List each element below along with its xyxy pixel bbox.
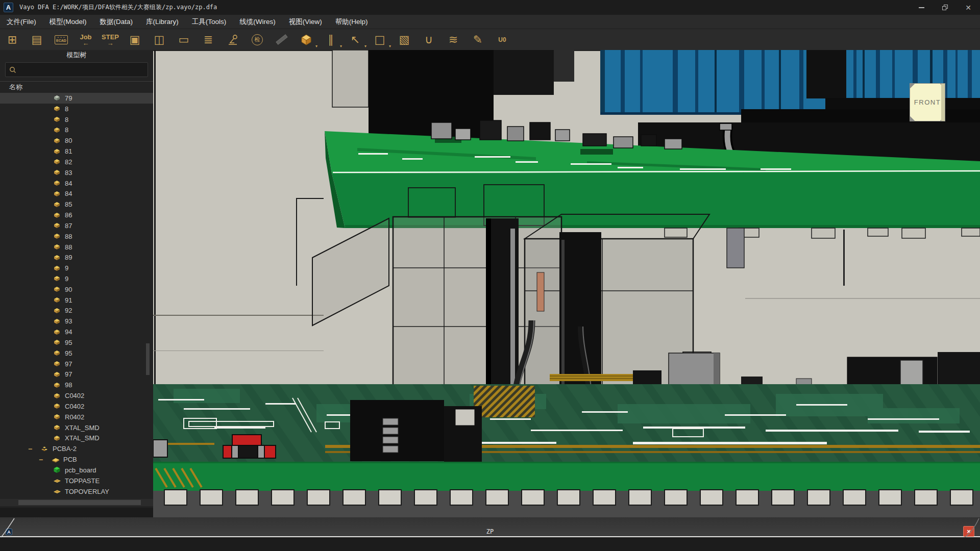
tree-row[interactable]: − [0, 295, 153, 306]
black-bottom-components[interactable] [350, 400, 482, 466]
tree-row-icon [53, 371, 61, 378]
tree-row-label: 8 [65, 116, 68, 123]
tree-row[interactable]: − [0, 284, 153, 295]
menu-item-3[interactable]: 库(Library) [139, 15, 185, 29]
measure-ruler-icon[interactable] [270, 29, 294, 50]
tree-row[interactable]: − [0, 369, 153, 380]
project-close-button[interactable]: × [963, 526, 974, 537]
tree-row[interactable]: − [0, 124, 153, 135]
board-outline-icon[interactable]: ▭ [172, 29, 196, 50]
tree-row[interactable]: − [0, 252, 153, 263]
tree-row-label: 89 [65, 254, 72, 261]
select-cursor-icon[interactable]: ↖▾ [343, 29, 368, 50]
comb-connector-icon[interactable]: ≋ [441, 29, 465, 50]
edit-model-icon[interactable]: ▤ [24, 29, 49, 50]
3d-viewport[interactable]: FRONT [153, 50, 980, 517]
tree-row[interactable]: − [0, 486, 153, 497]
menu-item-7[interactable]: 帮助(Help) [329, 15, 375, 29]
tree-row[interactable]: − [0, 167, 153, 178]
tree-row[interactable]: − [0, 465, 153, 475]
name-column-header[interactable]: 名称 [0, 81, 153, 93]
tree-row[interactable]: − [0, 348, 153, 359]
tree-row[interactable]: − [0, 316, 153, 327]
tree-row[interactable]: − [0, 412, 153, 422]
menu-item-1[interactable]: 模型(Model) [43, 15, 93, 29]
import-ecad-icon[interactable]: • • •ECAD [49, 29, 74, 50]
export-step-icon[interactable]: STEP→ [98, 29, 122, 50]
inspect-check-icon[interactable]: 检 [245, 29, 270, 50]
3d-scene[interactable] [153, 50, 980, 517]
tree-row[interactable]: − [0, 454, 153, 465]
tree-row[interactable]: − [0, 210, 153, 220]
panel-pair-icon[interactable]: ∥▾ [318, 29, 343, 50]
menu-bar: 文件(File)模型(Model)数据(Data)库(Library)工具(To… [0, 15, 980, 29]
tree-row[interactable]: − [0, 188, 153, 199]
tree-row-icon [53, 296, 61, 304]
minimize-button[interactable] [910, 0, 933, 15]
menu-item-0[interactable]: 文件(File) [0, 15, 43, 29]
wireframe-box-icon[interactable]: □▾ [368, 29, 392, 50]
menu-item-2[interactable]: 数据(Data) [93, 15, 140, 29]
collapse-toggle-icon[interactable]: − [39, 456, 51, 464]
gray-edge-component[interactable] [153, 440, 167, 457]
tree-row[interactable]: − [0, 157, 153, 167]
window-title: Vayo DFA E:/WORK/项目/DFA软件相关/大赛组装/zp.vayo… [19, 3, 217, 12]
bom-list-icon[interactable]: ≣ [196, 29, 220, 50]
component-chip-icon[interactable]: ◫ [147, 29, 172, 50]
stitch-pin-icon[interactable]: ∪ [416, 29, 441, 50]
brush-icon[interactable]: ✎ [465, 29, 490, 50]
wire-u0-icon[interactable]: U0 [490, 29, 514, 50]
tree-row[interactable]: − [0, 380, 153, 390]
tree-row[interactable]: − [0, 273, 153, 284]
tree-row[interactable]: − [0, 306, 153, 316]
tree-row[interactable]: − [0, 104, 153, 114]
tree-row-label: C0402 [65, 403, 84, 410]
view-cube-front[interactable]: FRONT [910, 83, 945, 121]
tree-row-label: 90 [65, 286, 72, 293]
tree-row[interactable]: − [0, 242, 153, 253]
tree-row-icon [53, 201, 61, 208]
view-3d-solid-icon[interactable]: ▾ [294, 29, 318, 50]
tree-row-label: 86 [65, 211, 72, 219]
tree-row[interactable]: − [0, 135, 153, 146]
save-icon[interactable]: ▣ [122, 29, 147, 50]
horizontal-scrollbar[interactable] [0, 499, 153, 506]
tree-row[interactable]: − [0, 327, 153, 337]
collapse-toggle-icon[interactable]: − [28, 445, 40, 453]
tree-row[interactable]: − [0, 443, 153, 454]
tree-row[interactable]: − [0, 93, 153, 104]
new-model-icon[interactable]: ⊞ [0, 29, 24, 50]
tree-row[interactable]: − [0, 146, 153, 157]
through-hole-pins[interactable] [162, 489, 980, 506]
tree-row[interactable]: − [0, 359, 153, 369]
close-button[interactable]: ✕ [957, 0, 980, 15]
lower-pcb-board[interactable] [153, 384, 980, 462]
tree-row-label: R0402 [65, 413, 84, 421]
menu-item-6[interactable]: 视图(View) [282, 15, 329, 29]
texture-box-icon[interactable]: ▧ [392, 29, 416, 50]
aoi-microscope-icon[interactable] [220, 29, 245, 50]
tree-row[interactable]: − [0, 433, 153, 444]
tree-row[interactable]: − [0, 178, 153, 189]
tree-row[interactable]: − [0, 220, 153, 231]
tree-row[interactable]: − [0, 475, 153, 486]
window-footer [0, 538, 980, 551]
tree-row[interactable]: − [0, 263, 153, 273]
tree-search-box[interactable] [5, 62, 148, 77]
lower-board-front-edge[interactable] [153, 462, 980, 491]
menu-item-5[interactable]: 线缆(Wires) [233, 15, 282, 29]
tree-row[interactable]: − [0, 337, 153, 348]
search-input[interactable] [16, 66, 148, 73]
tree-row-label: 81 [65, 147, 72, 155]
menu-item-4[interactable]: 工具(Tools) [185, 15, 233, 29]
tree-row[interactable]: − [0, 422, 153, 433]
tree-row-label: 87 [65, 222, 72, 230]
vertical-scrollbar[interactable] [146, 343, 150, 375]
restore-button[interactable] [933, 0, 957, 15]
tree-row[interactable]: − [0, 199, 153, 210]
tree-row[interactable]: − [0, 401, 153, 412]
import-job-icon[interactable]: Job← [74, 29, 98, 50]
tree-row[interactable]: − [0, 231, 153, 242]
tree-row[interactable]: − [0, 114, 153, 125]
tree-row[interactable]: − [0, 390, 153, 401]
